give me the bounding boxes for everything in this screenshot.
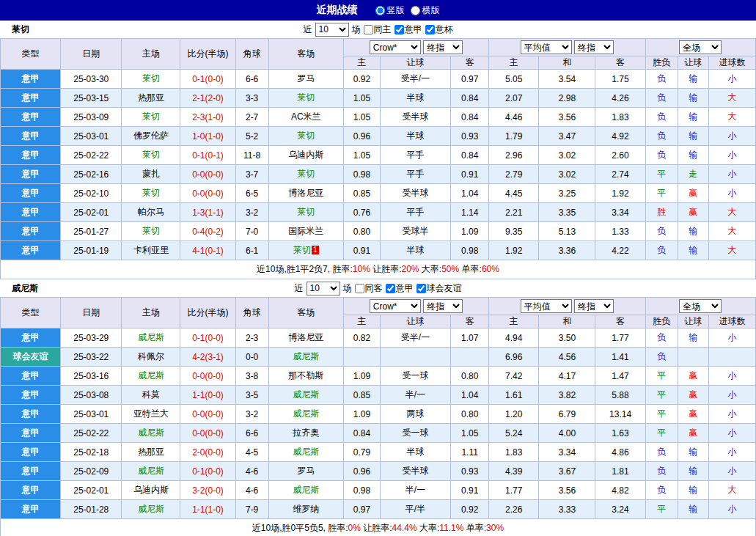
euro-draw-odds: 3.67 <box>539 462 595 481</box>
odds-provider-select[interactable]: Crow* <box>370 299 421 313</box>
col-type: 类型 <box>1 39 61 70</box>
result-flag: 负 <box>645 462 678 481</box>
euro-draw-odds: 3.02 <box>539 165 595 184</box>
score: 1-0(1-0) <box>180 127 235 146</box>
league-checkbox[interactable] <box>386 284 395 293</box>
euro-home-odds: 1.20 <box>489 405 539 424</box>
euro-draw-odds: 3.54 <box>539 70 595 89</box>
summary-text: 30% <box>486 523 504 533</box>
away-team: 博洛尼亚 <box>268 328 343 348</box>
match-count-select[interactable]: 10 <box>307 282 340 295</box>
horizontal-layout-radio[interactable] <box>411 6 420 15</box>
euro-away-odds: 1.77 <box>595 328 645 348</box>
layout-option-vertical[interactable]: 竖版 <box>375 4 405 17</box>
vertical-layout-radio[interactable] <box>375 6 385 15</box>
scope-header: 全场 <box>645 298 755 315</box>
col-score: 比分(半场) <box>180 39 235 70</box>
match-row: 意甲25-02-18热那亚2-0(0-0)4-5威尼斯0.79半球1.111.8… <box>1 443 756 462</box>
handicap-odds-header: Crow* 终指 <box>343 39 488 56</box>
handicap-line: 平手 <box>380 203 450 222</box>
result-flag: 负 <box>645 127 678 146</box>
goals-flag: 小 <box>708 70 755 89</box>
matches-table: 类型 日期 主场 比分(半场) 角球 客场 Crow* 终指 平均值 终指 全场… <box>0 297 756 536</box>
summary-text: 大率: <box>419 264 442 274</box>
away-team: 莱切 <box>268 165 343 184</box>
match-date: 25-01-28 <box>61 500 122 519</box>
euro-away-odds: 1.81 <box>595 462 645 481</box>
euro-draw-odds: 3.02 <box>539 146 595 165</box>
record-summary: 近10场,胜0平5负5, 胜率:0% 让胜率:44.4% 大率:11.1% 单率… <box>1 519 756 536</box>
match-date: 25-03-01 <box>61 405 122 424</box>
handicap-home-odds: 0.85 <box>343 386 380 405</box>
goals-flag: 大 <box>708 241 755 260</box>
euro-home-odds: 2.07 <box>489 89 539 108</box>
euro-provider-select[interactable]: 平均值 <box>521 299 572 313</box>
result-flag: 负 <box>645 241 678 260</box>
away-team: 乌迪内斯 <box>268 146 343 165</box>
euro-time-select[interactable]: 终指 <box>574 299 614 313</box>
euro-away-odds: 1.63 <box>595 424 645 443</box>
match-count-select[interactable]: 10 <box>315 23 349 37</box>
league-type-badge: 意甲 <box>1 146 61 165</box>
handicap-time-select[interactable]: 终指 <box>423 299 463 313</box>
same-venue-filter[interactable]: 同主 <box>364 23 392 36</box>
col-handicap-home: 主 <box>343 315 380 328</box>
handicap-line: 受半/一 <box>380 70 450 89</box>
result-flag: 负 <box>645 108 678 127</box>
league-filter[interactable]: 意甲 <box>394 23 422 36</box>
same-venue-filter[interactable]: 同客 <box>355 282 383 295</box>
cup-filter[interactable]: 意杯 <box>425 23 453 36</box>
handicap-home-odds: 0.79 <box>343 443 380 462</box>
handicap-line: 半球 <box>380 443 450 462</box>
league-type-badge: 意甲 <box>1 241 61 260</box>
scope-select[interactable]: 全场 <box>679 40 722 54</box>
home-team: 莱切 <box>122 184 180 203</box>
filter-games-label: 场 <box>343 282 352 295</box>
col-result: 胜负 <box>645 315 678 328</box>
euro-away-odds: 13.14 <box>595 405 645 424</box>
result-flag: 负 <box>645 70 678 89</box>
home-team: 威尼斯 <box>122 328 180 348</box>
col-euro-home: 主 <box>489 56 539 70</box>
home-team: 热那亚 <box>122 89 180 108</box>
match-row: 意甲25-03-29威尼斯0-1(0-0)2-3博洛尼亚0.82受半/一1.07… <box>1 328 756 348</box>
euro-odds-header: 平均值 终指 <box>489 298 645 315</box>
handicap-away-odds: 0.84 <box>451 108 489 127</box>
euro-provider-select[interactable]: 平均值 <box>521 40 572 54</box>
scope-select[interactable]: 全场 <box>679 299 722 313</box>
goals-flag: 小 <box>708 367 755 386</box>
euro-time-select[interactable]: 终指 <box>574 40 614 54</box>
handicap-away-odds: 1.07 <box>451 328 489 348</box>
handicap-line: 平/半 <box>380 500 450 519</box>
score: 0-1(0-1) <box>180 146 235 165</box>
handicap-line: 受半球 <box>380 462 450 481</box>
friendly-checkbox[interactable] <box>416 284 426 293</box>
col-home: 主场 <box>122 298 180 328</box>
score: 1-1(0-0) <box>180 386 235 405</box>
away-team: 罗马 <box>268 462 343 481</box>
away-team: 罗马 <box>268 70 343 89</box>
corner-score: 3-5 <box>235 386 268 405</box>
handicap-line: 受半球 <box>380 184 450 203</box>
corner-score: 3-8 <box>235 367 268 386</box>
euro-away-odds: 4.82 <box>595 481 645 500</box>
col-corner: 角球 <box>235 39 268 70</box>
match-row: 意甲25-02-01乌迪内斯3-2(0-0)4-6威尼斯0.98半/一0.911… <box>1 481 756 500</box>
handicap-home-odds: 0.98 <box>343 165 380 184</box>
odds-provider-select[interactable]: Crow* <box>370 40 421 54</box>
summary-text: 让胜率: <box>361 523 392 533</box>
same-venue-checkbox[interactable] <box>355 284 364 293</box>
friendly-filter[interactable]: 球会友谊 <box>416 282 462 295</box>
euro-draw-odds: 3.36 <box>539 241 595 260</box>
handicap-time-select[interactable]: 终指 <box>423 40 463 54</box>
league-filter[interactable]: 意甲 <box>386 282 414 295</box>
handicap-result-flag: 赢 <box>678 424 708 443</box>
goals-flag: 小 <box>708 462 755 481</box>
layout-option-horizontal[interactable]: 横版 <box>411 4 440 17</box>
cup-checkbox[interactable] <box>425 25 435 34</box>
handicap-home-odds: 1.09 <box>343 405 380 424</box>
same-venue-checkbox[interactable] <box>364 25 373 34</box>
home-team: 蒙扎 <box>122 165 180 184</box>
league-checkbox[interactable] <box>394 25 404 34</box>
handicap-result-flag: 输 <box>678 241 708 260</box>
